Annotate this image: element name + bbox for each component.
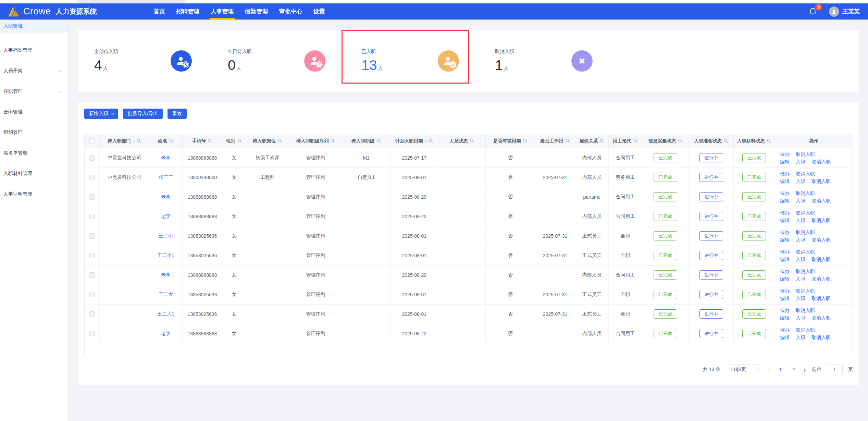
row-checkbox[interactable] bbox=[89, 292, 95, 297]
page-button-1[interactable]: 1 bbox=[777, 367, 784, 372]
action-onboard[interactable]: 入职 bbox=[796, 236, 805, 244]
action-cancel-onboarding[interactable]: 取消入职 bbox=[796, 268, 815, 275]
action-cancel-onboarding[interactable]: 取消入职 bbox=[811, 197, 831, 205]
action-cancel-onboarding[interactable]: 取消入职 bbox=[796, 209, 815, 216]
search-icon[interactable] bbox=[169, 138, 174, 143]
action-cancel-onboarding[interactable]: 取消入职 bbox=[811, 236, 831, 244]
sidebar-item-3[interactable]: 任职管理 bbox=[0, 81, 68, 102]
batch-import-export-button[interactable]: 批量导入/导出 bbox=[123, 109, 163, 119]
search-icon[interactable] bbox=[330, 138, 335, 143]
employee-name-link[interactable]: 王二大 bbox=[159, 292, 173, 297]
action-onboard[interactable]: 入职 bbox=[796, 216, 805, 224]
sidebar-item-2[interactable]: 人员子集 bbox=[0, 61, 68, 81]
notification-bell[interactable]: 8 bbox=[808, 7, 817, 16]
sidebar-item-8[interactable]: 人事证明管理 bbox=[0, 184, 68, 205]
row-checkbox[interactable] bbox=[89, 272, 95, 278]
page-button-2[interactable]: 2 bbox=[790, 367, 797, 372]
row-checkbox[interactable] bbox=[89, 214, 95, 219]
action-cancel-onboarding[interactable]: 取消入职 bbox=[796, 170, 815, 177]
search-icon[interactable] bbox=[633, 138, 638, 143]
action-edit[interactable]: 编辑 bbox=[780, 275, 790, 283]
row-checkbox[interactable] bbox=[89, 311, 95, 317]
employee-name-link[interactable]: 老李 bbox=[161, 331, 171, 336]
action-urge[interactable]: 催办 bbox=[780, 248, 790, 256]
action-onboard[interactable]: 入职 bbox=[796, 256, 805, 263]
action-cancel-onboarding[interactable]: 取消入职 bbox=[811, 158, 831, 165]
row-checkbox[interactable] bbox=[89, 155, 95, 161]
action-cancel-onboarding[interactable]: 取消入职 bbox=[796, 307, 815, 314]
page-size-select[interactable]: 10条/页 bbox=[726, 364, 762, 375]
action-onboard[interactable]: 入职 bbox=[796, 295, 805, 302]
employee-name-link[interactable]: 老李 bbox=[161, 194, 171, 199]
action-cancel-onboarding[interactable]: 取消入职 bbox=[811, 216, 831, 224]
row-checkbox[interactable] bbox=[89, 194, 95, 200]
next-page-button[interactable]: › bbox=[803, 367, 806, 373]
sidebar-item-0[interactable]: 入职管理 bbox=[0, 20, 68, 33]
action-urge[interactable]: 催办 bbox=[780, 287, 790, 295]
action-urge[interactable]: 催办 bbox=[780, 326, 790, 334]
employee-name-link[interactable]: 王二大1 bbox=[157, 311, 174, 317]
user-menu[interactable]: 王某某 bbox=[829, 7, 860, 17]
action-urge[interactable]: 催办 bbox=[780, 268, 790, 275]
action-cancel-onboarding[interactable]: 取消入职 bbox=[811, 275, 831, 283]
action-cancel-onboarding[interactable]: 取消入职 bbox=[796, 248, 815, 256]
action-edit[interactable]: 编辑 bbox=[780, 236, 790, 244]
stat-card-1[interactable]: 今日待入职0人 bbox=[212, 30, 345, 92]
action-edit[interactable]: 编辑 bbox=[780, 295, 790, 302]
sort-icon[interactable]: ↓↑ bbox=[424, 139, 427, 143]
action-cancel-onboarding[interactable]: 取消入职 bbox=[796, 189, 815, 197]
add-onboarding-button[interactable]: 新增入职 bbox=[84, 109, 118, 119]
employee-name-link[interactable]: 老李 bbox=[161, 272, 171, 277]
nav-item-0[interactable]: 首页 bbox=[148, 3, 171, 20]
stat-card-0[interactable]: 全部待入职4人 bbox=[78, 30, 212, 92]
select-all-checkbox[interactable] bbox=[89, 138, 95, 144]
search-icon[interactable] bbox=[565, 138, 570, 143]
action-edit[interactable]: 编辑 bbox=[780, 158, 790, 165]
search-icon[interactable] bbox=[767, 138, 771, 143]
nav-item-2[interactable]: 人事管理 bbox=[205, 3, 239, 20]
stat-card-3[interactable]: 取消入职1人 bbox=[479, 30, 612, 92]
action-urge[interactable]: 催办 bbox=[780, 150, 790, 158]
search-icon[interactable] bbox=[376, 138, 381, 143]
action-edit[interactable]: 编辑 bbox=[780, 177, 790, 185]
sidebar-item-5[interactable]: 组织管理 bbox=[0, 122, 68, 143]
search-icon[interactable] bbox=[208, 138, 212, 143]
search-icon[interactable] bbox=[599, 138, 604, 143]
employee-name-link[interactable]: 王二小1 bbox=[157, 252, 174, 258]
employee-name-link[interactable]: 老李 bbox=[161, 155, 171, 160]
nav-item-1[interactable]: 招聘管理 bbox=[171, 3, 205, 20]
action-urge[interactable]: 催办 bbox=[780, 228, 790, 236]
action-urge[interactable]: 催办 bbox=[780, 170, 790, 177]
employee-name-link[interactable]: 老李 bbox=[161, 213, 171, 219]
search-icon[interactable] bbox=[277, 138, 282, 143]
search-icon[interactable] bbox=[723, 138, 728, 143]
action-onboard[interactable]: 入职 bbox=[796, 177, 805, 185]
sidebar-item-7[interactable]: 入职材料管理 bbox=[0, 163, 68, 184]
action-edit[interactable]: 编辑 bbox=[780, 256, 790, 263]
action-urge[interactable]: 催办 bbox=[780, 189, 790, 197]
search-icon[interactable] bbox=[237, 138, 242, 143]
action-urge[interactable]: 催办 bbox=[780, 307, 790, 314]
action-onboard[interactable]: 入职 bbox=[796, 275, 805, 283]
goto-page-input[interactable] bbox=[827, 364, 843, 375]
search-icon[interactable] bbox=[523, 138, 528, 143]
employee-name-link[interactable]: 张三三 bbox=[159, 174, 173, 180]
action-edit[interactable]: 编辑 bbox=[780, 216, 790, 224]
row-checkbox[interactable] bbox=[89, 175, 95, 180]
search-icon[interactable] bbox=[470, 138, 474, 143]
sidebar-item-6[interactable]: 黑名单管理 bbox=[0, 143, 68, 163]
nav-item-5[interactable]: 设置 bbox=[308, 3, 331, 20]
prev-page-button[interactable]: ‹ bbox=[768, 367, 771, 373]
action-edit[interactable]: 编辑 bbox=[780, 197, 790, 205]
action-cancel-onboarding[interactable]: 取消入职 bbox=[811, 256, 831, 263]
row-checkbox[interactable] bbox=[89, 331, 95, 336]
action-onboard[interactable]: 入职 bbox=[796, 158, 805, 165]
action-edit[interactable]: 编辑 bbox=[780, 314, 790, 322]
sidebar-item-1[interactable]: 人事档案管理 bbox=[0, 40, 68, 61]
row-checkbox[interactable] bbox=[89, 253, 95, 258]
action-cancel-onboarding[interactable]: 取消入职 bbox=[811, 177, 831, 185]
action-edit[interactable]: 编辑 bbox=[780, 334, 790, 341]
action-cancel-onboarding[interactable]: 取消入职 bbox=[796, 150, 815, 158]
search-icon[interactable] bbox=[136, 138, 141, 143]
action-cancel-onboarding[interactable]: 取消入职 bbox=[796, 228, 815, 236]
